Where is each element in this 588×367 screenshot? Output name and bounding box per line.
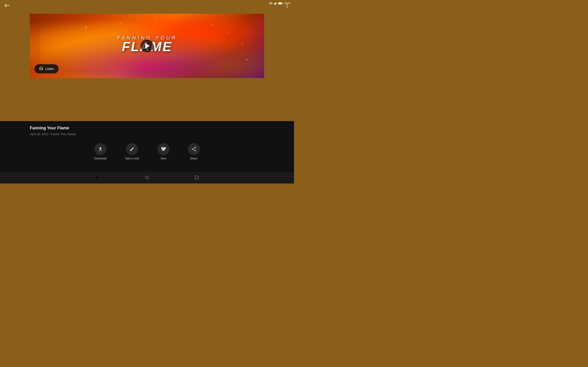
give-icon-circle [157,143,170,155]
svg-point-14 [189,26,190,27]
headphone-icon [39,67,43,71]
more-dot-1 [287,3,288,4]
sermon-meta: April 18, 2021 • Pastor Trey Harper [30,132,264,136]
more-dot-2 [287,5,288,6]
svg-point-15 [212,23,213,25]
video-container: FANNING YOUR FLAME Listen [30,14,264,78]
svg-point-21 [145,176,148,179]
share-icon [191,147,196,152]
svg-point-11 [86,27,87,28]
svg-point-13 [155,20,156,21]
svg-point-20 [246,59,248,60]
top-nav [0,0,294,11]
share-label: Share [190,157,198,160]
more-options-button[interactable] [283,1,291,10]
take-note-label: Take a note [125,157,139,160]
content-area: Fanning Your Flame April 18, 2021 • Past… [0,121,294,172]
download-icon-circle [95,143,106,155]
give-button[interactable]: Give [157,143,170,160]
listen-label: Listen [45,67,54,71]
nav-home-button[interactable] [143,173,151,182]
svg-point-12 [120,23,121,23]
svg-point-16 [228,32,229,33]
svg-rect-22 [195,176,198,179]
nav-home-icon [145,175,149,180]
share-button[interactable]: Share [188,143,200,160]
action-buttons: Download Take a note Give [30,141,264,160]
nav-back-button[interactable] [93,173,102,182]
take-note-icon-circle [126,143,138,155]
svg-point-18 [242,43,243,44]
bottom-nav [0,172,294,184]
nav-recent-icon [194,175,199,180]
svg-point-17 [74,41,75,42]
download-label: Download [94,157,106,160]
share-icon-circle [188,143,200,155]
back-button[interactable] [3,1,11,10]
give-label: Give [161,157,166,160]
svg-point-19 [63,55,64,56]
heart-hand-icon [161,147,166,152]
download-button[interactable]: Download [94,143,106,160]
nav-back-icon [95,175,100,180]
back-arrow-icon [4,3,9,8]
sermon-title: Fanning Your Flame [30,126,264,131]
take-note-button[interactable]: Take a note [125,143,139,160]
pencil-icon [130,147,135,152]
play-button[interactable] [141,40,153,52]
video-thumbnail: FANNING YOUR FLAME Listen [30,14,264,78]
nav-recent-button[interactable] [192,173,201,182]
play-icon [145,43,150,49]
more-dot-3 [287,7,288,8]
listen-button[interactable]: Listen [35,64,59,73]
download-icon [98,147,103,152]
